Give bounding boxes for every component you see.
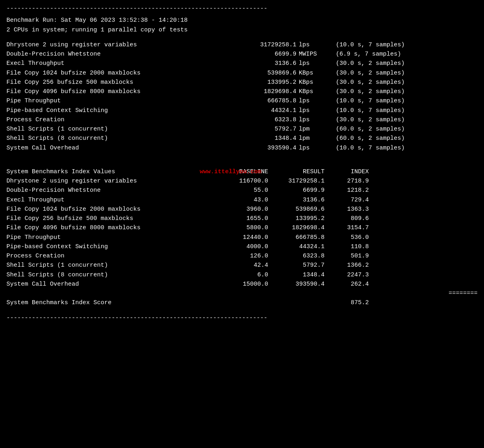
index-row-result: 133995.2 — [268, 214, 325, 223]
bench-unit: lpm — [296, 134, 329, 143]
index-row-baseline: 43.0 — [216, 195, 268, 205]
index-row-index: 536.0 — [325, 233, 369, 242]
index-data-row: Execl Throughput43.03136.6729.4 — [6, 195, 478, 205]
index-row-result: 6323.8 — [268, 251, 325, 261]
bench-name: Execl Throughput — [6, 59, 216, 68]
bench-value: 539869.6 — [216, 68, 296, 78]
index-row-baseline: 15000.0 — [216, 280, 268, 289]
index-row-result: 539869.6 — [268, 205, 325, 214]
index-row-index: 1363.3 — [325, 205, 369, 214]
header-line2: 2 CPUs in system; running 1 parallel cop… — [6, 25, 478, 35]
benchmark-header: Benchmark Run: Sat May 06 2023 13:52:38 … — [6, 16, 478, 35]
bench-value: 666785.8 — [216, 96, 296, 106]
top-divider: ----------------------------------------… — [6, 4, 478, 13]
index-data-row: System Call Overhead15000.0393590.4262.4 — [6, 280, 478, 289]
bench-info: (30.0 s, 2 samples) — [329, 59, 405, 68]
bench-name: Double-Precision Whetstone — [6, 50, 216, 59]
bench-info: (60.0 s, 2 samples) — [329, 134, 405, 143]
index-row-result: 666785.8 — [268, 233, 325, 242]
index-row-result: 1348.4 — [268, 270, 325, 280]
bench-row: Pipe-based Context Switching44324.1lps (… — [6, 106, 478, 115]
index-row-name: Shell Scripts (1 concurrent) — [6, 261, 216, 270]
bench-unit: lpm — [296, 124, 329, 134]
bench-value: 1348.4 — [216, 134, 296, 143]
index-data-row: File Copy 256 bufsize 500 maxblocks1655.… — [6, 214, 478, 223]
bench-unit: lps — [296, 96, 329, 106]
index-row-name: Process Creation — [6, 251, 216, 261]
benchmark-list: Dhrystone 2 using register variables3172… — [6, 40, 478, 153]
index-row-baseline: 5800.0 — [216, 223, 268, 232]
score-row: System Benchmarks Index Score 875.2 — [6, 298, 478, 307]
bench-row: File Copy 4096 bufsize 8000 maxblocks182… — [6, 87, 478, 96]
bench-value: 393590.4 — [216, 143, 296, 153]
index-row-name: Pipe Throughput — [6, 233, 216, 242]
bench-name: Pipe Throughput — [6, 96, 216, 106]
index-row-result: 5792.7 — [268, 261, 325, 270]
bench-unit: MWIPS — [296, 50, 329, 59]
bench-name: System Call Overhead — [6, 143, 216, 153]
bench-name: File Copy 256 bufsize 500 maxblocks — [6, 78, 216, 87]
index-row-baseline: 12440.0 — [216, 233, 268, 242]
bench-value: 44324.1 — [216, 106, 296, 115]
index-row-baseline: 42.4 — [216, 261, 268, 270]
index-rows: Dhrystone 2 using register variables1167… — [6, 176, 478, 289]
index-row-name: Execl Throughput — [6, 195, 216, 205]
index-data-row: Double-Precision Whetstone55.06699.91218… — [6, 186, 478, 195]
bench-info: (10.0 s, 7 samples) — [329, 143, 405, 153]
bench-unit: KBps — [296, 78, 329, 87]
index-row-name: File Copy 4096 bufsize 8000 maxblocks — [6, 223, 216, 232]
index-row-name: System Call Overhead — [6, 280, 216, 289]
bench-name: Pipe-based Context Switching — [6, 106, 216, 115]
bench-info: (30.0 s, 2 samples) — [329, 78, 405, 87]
index-row-index: 501.9 — [325, 251, 369, 261]
bench-name: Process Creation — [6, 115, 216, 124]
index-row-result: 31729258.1 — [268, 176, 325, 186]
equals-row: ======== — [6, 289, 478, 298]
index-row-index: 1218.2 — [325, 186, 369, 195]
bench-unit: lps — [296, 106, 329, 115]
index-row-baseline: 116700.0 — [216, 176, 268, 186]
index-row-baseline: 126.0 — [216, 251, 268, 261]
index-row-name: Shell Scripts (8 concurrent) — [6, 270, 216, 280]
index-row-baseline: 55.0 — [216, 186, 268, 195]
index-row-result: 393590.4 — [268, 280, 325, 289]
index-row-index: 2718.9 — [325, 176, 369, 186]
index-row-baseline: 1655.0 — [216, 214, 268, 223]
index-row-name: File Copy 256 bufsize 500 maxblocks — [6, 214, 216, 223]
index-data-row: Process Creation126.06323.8501.9 — [6, 251, 478, 261]
index-row-index: 262.4 — [325, 280, 369, 289]
bench-unit: lps — [296, 59, 329, 68]
bench-value: 6699.9 — [216, 50, 296, 59]
index-row-index: 2247.3 — [325, 270, 369, 280]
index-table: System Benchmarks Index Values www.ittel… — [6, 167, 478, 308]
index-row-result: 44324.1 — [268, 242, 325, 251]
bench-info: (10.0 s, 7 samples) — [329, 40, 405, 50]
index-data-row: Dhrystone 2 using register variables1167… — [6, 176, 478, 186]
bottom-divider: ----------------------------------------… — [6, 313, 478, 323]
bench-name: File Copy 4096 bufsize 8000 maxblocks — [6, 87, 216, 96]
bench-value: 5792.7 — [216, 124, 296, 134]
bench-unit: KBps — [296, 87, 329, 96]
bench-unit: KBps — [296, 68, 329, 78]
index-row-result: 3136.6 — [268, 195, 325, 205]
index-row-name: File Copy 1024 bufsize 2000 maxblocks — [6, 205, 216, 214]
bench-row: System Call Overhead393590.4lps (10.0 s,… — [6, 143, 478, 153]
bench-info: (10.0 s, 7 samples) — [329, 96, 405, 106]
bench-info: (60.0 s, 2 samples) — [329, 124, 405, 134]
score-value: 875.2 — [216, 298, 369, 307]
bench-value: 133995.2 — [216, 78, 296, 87]
bench-value: 6323.8 — [216, 115, 296, 124]
index-row-index: 1366.2 — [325, 261, 369, 270]
bench-row: Execl Throughput3136.6lps (30.0 s, 2 sam… — [6, 59, 478, 68]
bench-info: (6.9 s, 7 samples) — [329, 50, 401, 59]
index-row-baseline: 3960.0 — [216, 205, 268, 214]
bench-unit: lps — [296, 40, 329, 50]
bench-row: Process Creation6323.8lps (30.0 s, 2 sam… — [6, 115, 478, 124]
bench-info: (30.0 s, 2 samples) — [329, 87, 405, 96]
bench-row: Shell Scripts (1 concurrent)5792.7lpm (6… — [6, 124, 478, 134]
index-data-row: Shell Scripts (1 concurrent)42.45792.713… — [6, 261, 478, 270]
bench-row: File Copy 1024 bufsize 2000 maxblocks539… — [6, 68, 478, 78]
bench-info: (30.0 s, 2 samples) — [329, 68, 405, 78]
watermark: www.ittellyou.com — [200, 167, 261, 176]
index-header-row: System Benchmarks Index Values www.ittel… — [6, 167, 478, 176]
